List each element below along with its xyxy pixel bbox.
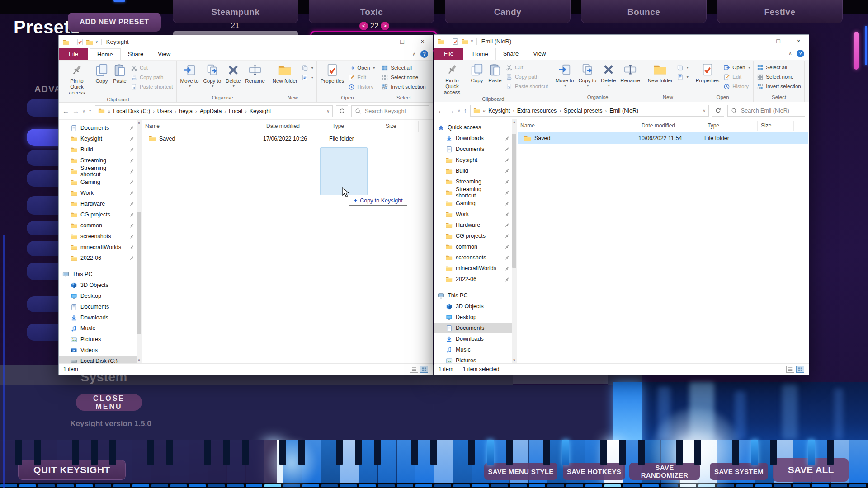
- ribbon-button-copypath[interactable]: Copy path: [506, 73, 548, 81]
- sidebar-item-downloads[interactable]: Downloads: [59, 312, 137, 323]
- sidebar-item-keysight[interactable]: Keysight: [59, 133, 137, 144]
- maximize-button[interactable]: □: [392, 35, 412, 48]
- ribbon-button-pasteshortcut[interactable]: Paste shortcut: [131, 83, 173, 91]
- recent-locations-icon[interactable]: ∨: [82, 109, 85, 113]
- forward-button[interactable]: →: [72, 107, 79, 115]
- column-header-type[interactable]: Type: [704, 121, 758, 131]
- sidebar-item-3d-objects[interactable]: 3D Objects: [434, 301, 512, 312]
- scroll-down-icon[interactable]: ∨: [137, 358, 142, 362]
- large-icons-view-button[interactable]: [796, 366, 804, 373]
- ribbon-button-newfolder[interactable]: New folder: [646, 61, 675, 84]
- ribbon-button-easyaccess[interactable]: ▾: [302, 73, 313, 81]
- tab-view[interactable]: View: [151, 48, 178, 60]
- sidebar-item-work[interactable]: Work: [434, 209, 512, 220]
- up-button[interactable]: ↑: [89, 107, 92, 115]
- quick-access-toolbar[interactable]: ∨: [438, 38, 478, 45]
- ribbon-button-properties[interactable]: Properties: [693, 61, 722, 84]
- back-button[interactable]: ←: [438, 107, 444, 114]
- sidebar-item-streaming[interactable]: Streaming: [434, 176, 512, 187]
- sidebar-item-this-pc[interactable]: This PC: [59, 269, 137, 280]
- qat-customize-icon[interactable]: ∨: [471, 39, 473, 43]
- file-row[interactable]: Saved17/06/2022 10:26File folder: [143, 133, 432, 144]
- pink-scrollbar[interactable]: [854, 32, 859, 70]
- sidebar-item-pictures[interactable]: Pictures: [434, 355, 512, 363]
- preset-button-bounce[interactable]: Bounce: [581, 0, 707, 23]
- save-button-2[interactable]: SAVE HOTKEYS: [563, 463, 625, 480]
- column-header-name[interactable]: Name: [517, 121, 638, 131]
- search-box[interactable]: [727, 105, 805, 117]
- forward-button[interactable]: →: [448, 107, 454, 114]
- tab-view[interactable]: View: [526, 48, 553, 60]
- sidebar-item-common[interactable]: common: [59, 220, 137, 231]
- sidebar-item-work[interactable]: Work: [59, 188, 137, 198]
- breadcrumb-item[interactable]: Users: [157, 108, 172, 114]
- refresh-button[interactable]: [712, 105, 724, 117]
- sidebar-scrollbar[interactable]: ∧∨: [137, 120, 142, 363]
- recent-locations-icon[interactable]: ∨: [458, 108, 461, 113]
- ribbon-button-newfolder[interactable]: New folder: [270, 61, 300, 84]
- breadcrumb-item[interactable]: AppData: [200, 108, 222, 114]
- address-dropdown-icon[interactable]: ∨: [326, 109, 330, 113]
- sidebar-item-local-disk-c-[interactable]: Local Disk (C:): [59, 356, 137, 363]
- ribbon-button-copyto[interactable]: Copy to▾: [201, 61, 223, 88]
- ribbon-button-easyaccess[interactable]: ▾: [677, 73, 689, 81]
- collapse-ribbon-icon[interactable]: ∧: [784, 48, 797, 60]
- tab-share[interactable]: Share: [121, 48, 151, 60]
- collapse-ribbon-icon[interactable]: ∧: [408, 48, 420, 60]
- scroll-up-icon[interactable]: ∧: [137, 121, 142, 125]
- scroll-thumb[interactable]: [512, 134, 516, 268]
- scroll-up-icon[interactable]: ∧: [512, 120, 517, 124]
- add-new-preset-button[interactable]: ADD NEW PRESET: [68, 13, 161, 32]
- ribbon-button-invertsel[interactable]: Invert selection: [757, 82, 801, 90]
- tab-file[interactable]: File: [59, 48, 88, 60]
- sidebar-item-hardware[interactable]: Hardware: [434, 220, 512, 230]
- prev-page-button[interactable]: <: [359, 22, 368, 30]
- sidebar-item-pictures[interactable]: Pictures: [59, 334, 137, 345]
- column-header-size[interactable]: Size: [758, 121, 794, 131]
- sidebar-item-cg-projects[interactable]: CG projects: [434, 230, 512, 241]
- breadcrumb-item[interactable]: Special presets: [564, 108, 602, 114]
- breadcrumb[interactable]: «Local Disk (C:)›Users›heyja›AppData›Loc…: [95, 105, 333, 117]
- search-box[interactable]: [351, 105, 429, 117]
- sidebar-item-screenshots[interactable]: screenshots: [59, 231, 137, 242]
- tab-home[interactable]: Home: [90, 48, 121, 60]
- ribbon-button-copypath[interactable]: Copy path: [131, 73, 173, 81]
- breadcrumb-item[interactable]: Keysight: [488, 108, 510, 114]
- column-header-type[interactable]: Type: [329, 121, 382, 132]
- ribbon-button-pasteshortcut[interactable]: Paste shortcut: [506, 82, 548, 90]
- ribbon-button-copyto[interactable]: Copy to▾: [576, 61, 599, 88]
- ribbon-button-properties[interactable]: Properties: [318, 61, 346, 84]
- sidebar-item-this-pc[interactable]: This PC: [434, 290, 512, 301]
- tab-home[interactable]: Home: [465, 48, 496, 60]
- sidebar-item-desktop[interactable]: Desktop: [59, 291, 137, 301]
- details-view-button[interactable]: [786, 366, 794, 373]
- ribbon-button-rename[interactable]: Rename: [243, 61, 267, 84]
- preset-button-festive[interactable]: Festive: [717, 0, 843, 23]
- refresh-button[interactable]: [336, 105, 348, 117]
- sidebar-item-cg-projects[interactable]: CG projects: [59, 209, 137, 220]
- sidebar-item-2022-06[interactable]: 2022-06: [59, 253, 137, 263]
- tab-share[interactable]: Share: [496, 48, 526, 60]
- ribbon-button-pin[interactable]: Pin to Quick access: [61, 61, 93, 96]
- ribbon-button-newitem[interactable]: ▾: [302, 64, 313, 72]
- next-page-button[interactable]: >: [381, 22, 389, 30]
- file-row[interactable]: Saved10/06/2022 11:54File folder: [518, 132, 808, 144]
- sidebar-item-minecraftworlds[interactable]: minecraftWorlds: [59, 242, 137, 253]
- sidebar-item-common[interactable]: common: [434, 241, 512, 252]
- ribbon-button-cut[interactable]: Cut: [506, 63, 548, 71]
- ribbon-button-cut[interactable]: Cut: [131, 64, 173, 72]
- breadcrumb-item[interactable]: heyja: [179, 108, 193, 114]
- tab-file[interactable]: File: [434, 48, 463, 60]
- qat-customize-icon[interactable]: ∨: [95, 40, 98, 44]
- save-button-4[interactable]: SAVE SYSTEM: [710, 463, 768, 480]
- sidebar-scrollbar[interactable]: ∧∨: [512, 119, 517, 363]
- scroll-down-icon[interactable]: ∨: [512, 358, 517, 362]
- sidebar-item-gaming[interactable]: Gaming: [434, 198, 512, 209]
- sidebar-item-streaming-shortcut[interactable]: Streaming shortcut: [434, 187, 512, 198]
- preset-button-toxic[interactable]: Toxic: [309, 0, 434, 23]
- preset-button-steampunk[interactable]: Steampunk: [173, 0, 298, 23]
- sidebar-item-2022-06[interactable]: 2022-06: [434, 274, 512, 285]
- ribbon-button-invertsel[interactable]: Invert selection: [382, 83, 425, 91]
- sidebar-item-downloads[interactable]: Downloads: [434, 133, 512, 144]
- sidebar-item-documents[interactable]: Documents: [434, 323, 512, 333]
